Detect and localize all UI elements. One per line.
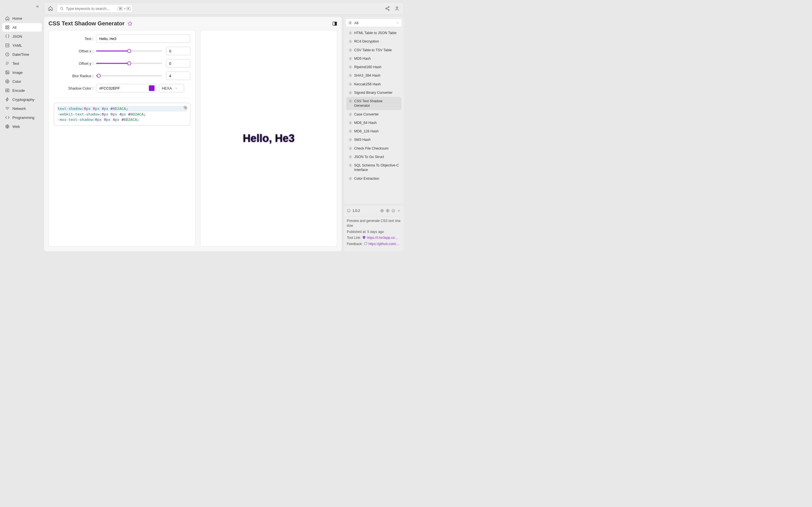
tool-item[interactable]: MD5 Hash — [346, 54, 402, 63]
info-icon — [347, 209, 351, 213]
tool-item-label: CSV Table to TSV Table — [354, 48, 392, 52]
sidebar-item-web[interactable]: Web — [2, 122, 42, 131]
code-line-1: text-shadow:0px 0px 4px #6D2ACA; — [57, 106, 187, 112]
offsetx-value[interactable] — [166, 47, 190, 55]
home-button[interactable] — [48, 6, 53, 11]
plugin-icon — [349, 99, 352, 103]
tool-item[interactable]: CSV Table to TSV Table — [346, 46, 402, 54]
svg-point-30 — [350, 114, 351, 115]
sidebar-item-label: Text — [12, 61, 19, 66]
feedback-link[interactable]: https://github.com/… — [368, 242, 400, 246]
svg-point-31 — [350, 122, 351, 123]
sidebar-item-text[interactable]: Text — [2, 59, 42, 68]
account-button[interactable] — [394, 5, 400, 11]
plugin-icon — [349, 73, 352, 77]
sidebar-item-image[interactable]: Image — [2, 68, 42, 76]
plugin-icon — [349, 155, 352, 159]
sidebar-item-date-time[interactable]: Date/Time — [2, 50, 42, 59]
category-filter[interactable]: All — [346, 18, 402, 27]
plugin-icon — [349, 138, 352, 142]
shadow-color-hex[interactable] — [99, 86, 147, 91]
svg-rect-0 — [6, 25, 7, 27]
tool-item[interactable]: SM3 Hash — [346, 135, 402, 144]
version-text: 1.0.2 — [352, 209, 360, 213]
svg-point-12 — [388, 6, 389, 8]
tool-item[interactable]: CSS Text Shadow Generator — [346, 97, 402, 110]
blur-slider-thumb[interactable] — [97, 74, 101, 78]
color-swatch[interactable] — [149, 86, 154, 91]
offsety-label: Offset y : — [54, 61, 93, 66]
chevron-down-icon — [174, 87, 178, 90]
tool-item[interactable]: Color Extraction — [346, 174, 402, 183]
sidebar-collapse-button[interactable] — [35, 4, 40, 9]
search-input[interactable] — [66, 6, 115, 11]
tool-list[interactable]: HTML Table to JSON TableRC4 DecryptionCS… — [346, 29, 402, 183]
sidebar-item-label: Color — [12, 79, 21, 83]
offsety-value[interactable] — [166, 59, 190, 68]
chevron-down-icon[interactable] — [397, 209, 401, 213]
text-label: Text : — [54, 37, 93, 41]
share-button[interactable] — [384, 5, 391, 11]
tool-item[interactable]: JSON To Go Struct — [346, 153, 402, 161]
tool-item[interactable]: RC4 Decryption — [346, 37, 402, 46]
tool-item[interactable]: Keccak256 Hash — [346, 80, 402, 89]
shadow-color-input[interactable] — [96, 84, 156, 93]
sidebar-item-all[interactable]: All — [2, 23, 42, 32]
tool-item[interactable]: Ripemd160 Hash — [346, 63, 402, 71]
svg-rect-6 — [6, 71, 9, 74]
sidebar-item-json[interactable]: JSON — [2, 32, 42, 41]
offsetx-slider-thumb[interactable] — [127, 49, 131, 53]
svg-point-33 — [350, 139, 351, 140]
preview-text: Hello, He3 — [243, 132, 295, 145]
tool-item[interactable]: Case Converter — [346, 110, 402, 119]
text-input[interactable] — [96, 34, 190, 43]
tool-item-label: SM3 Hash — [354, 137, 370, 142]
search-box[interactable]: ⌘ + K — [57, 4, 133, 13]
globe-icon[interactable] — [380, 209, 384, 213]
offsety-slider-thumb[interactable] — [127, 61, 131, 65]
tool-item[interactable]: MD6_128 Hash — [346, 127, 402, 135]
tool-item[interactable]: SHA3_384 Hash — [346, 71, 402, 80]
sidebar-item-encode[interactable]: Encode — [2, 86, 42, 95]
tool-link[interactable]: https://t.he3app.co… — [367, 236, 398, 240]
binary-icon — [5, 88, 10, 93]
check-circle-icon[interactable] — [391, 209, 395, 213]
sidebar-item-color[interactable]: Color — [2, 77, 42, 86]
tool-item[interactable]: HTML Table to JSON Table — [346, 29, 402, 37]
sidebar-item-label: All — [12, 25, 16, 30]
color-format-value: HEXA — [162, 86, 172, 91]
preview-panel: Hello, He3 — [200, 30, 337, 247]
globe-icon[interactable] — [386, 209, 390, 213]
svg-point-36 — [350, 165, 351, 166]
copy-button[interactable] — [183, 105, 188, 110]
tool-item-label: MD6_128 Hash — [354, 129, 378, 133]
sidebar-item-home[interactable]: Home — [2, 14, 42, 22]
sidebar-item-label: JSON — [12, 34, 22, 39]
color-format-select[interactable]: HEXA — [159, 84, 184, 93]
favorite-button[interactable] — [128, 21, 133, 26]
sidebar: HomeAllJSONYAMLDate/TimeTextImageColorEn… — [0, 0, 44, 253]
svg-point-15 — [396, 7, 398, 8]
svg-rect-2 — [6, 27, 7, 29]
sidebar-item-label: Image — [12, 70, 22, 75]
sidebar-item-yaml[interactable]: YAML — [2, 41, 42, 50]
sidebar-item-programming[interactable]: Programming — [2, 113, 42, 122]
tool-item-label: Signed Binary Converter — [354, 91, 393, 95]
tool-item[interactable]: MD6_64 Hash — [346, 119, 402, 127]
tool-item[interactable]: Signed Binary Converter — [346, 89, 402, 97]
workspace: CSS Text Shadow Generator Text : — [44, 17, 342, 251]
tool-item[interactable]: SQL Schema To Objective-C Interface — [346, 161, 402, 174]
offsety-slider[interactable] — [96, 63, 162, 64]
blur-value[interactable] — [166, 71, 190, 80]
blur-slider[interactable] — [96, 75, 162, 76]
offsetx-slider[interactable] — [96, 50, 162, 52]
sidebar-item-label: Cryptography — [12, 98, 35, 102]
plugin-icon — [349, 121, 352, 125]
sidebar-item-cryptography[interactable]: Cryptography — [2, 95, 42, 104]
text-icon — [5, 61, 10, 66]
layout-toggle-button[interactable] — [332, 21, 337, 26]
svg-point-41 — [392, 209, 395, 212]
sidebar-item-network[interactable]: Network — [2, 104, 42, 113]
sidebar-item-label: YAML — [12, 43, 22, 48]
tool-item[interactable]: Check File Checksum — [346, 144, 402, 153]
